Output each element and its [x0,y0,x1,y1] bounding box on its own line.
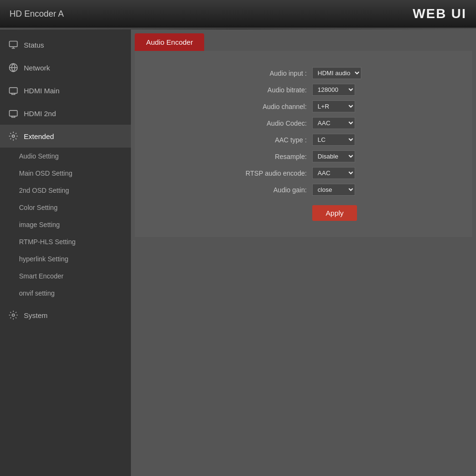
svg-point-7 [12,135,15,138]
label-rtsp-audio: RTSP audio encode: [246,167,313,179]
control-audio-codec[interactable]: AAC MP3 PCM [312,117,361,129]
label-audio-gain: Audio gain: [246,184,313,196]
select-resample[interactable]: Disable 48000 44100 [312,150,355,162]
control-resample[interactable]: Disable 48000 44100 [312,150,361,162]
svg-point-8 [12,314,15,317]
main-layout: Status Network HDMI Main [0,30,476,476]
control-audio-bitrate[interactable]: 128000 64000 32000 256000 [312,84,361,96]
sidebar-item-extended[interactable]: Extended [0,125,131,148]
sidebar-sub-image-setting[interactable]: image Setting [0,216,131,233]
sub-label-image-setting: image Setting [19,221,60,228]
form-apply-row: Apply [246,200,362,221]
sub-label-rtmp-hls: RTMP-HLS Setting [19,238,76,246]
svg-rect-5 [10,88,18,93]
sidebar-item-hdmi-main[interactable]: HDMI Main [0,79,131,102]
select-audio-gain[interactable]: close low medium high [312,184,355,196]
sidebar-label-hdmi-2nd: HDMI 2nd [24,109,56,118]
apply-spacer [246,200,313,221]
sidebar-label-status: Status [24,41,44,49]
field-audio-codec: Audio Codec: AAC MP3 PCM [246,117,362,129]
select-audio-codec[interactable]: AAC MP3 PCM [312,117,355,129]
apply-cell: Apply [312,200,361,221]
tab-bar: Audio Encoder [135,33,472,51]
sidebar: Status Network HDMI Main [0,30,131,476]
sub-label-smart-encoder: Smart Encoder [19,272,63,280]
audio-form: Audio input : HDMI audio SDI audio Line … [246,62,362,226]
control-audio-gain[interactable]: close low medium high [312,184,361,196]
monitor-icon [8,39,19,50]
label-audio-channel: Audio channel: [246,100,313,112]
sidebar-item-system[interactable]: System [0,304,131,327]
label-audio-input: Audio input : [246,67,313,79]
field-audio-gain: Audio gain: close low medium high [246,184,362,196]
sidebar-sub-hyperlink[interactable]: hyperlink Setting [0,250,131,268]
sub-label-onvif: onvif setting [19,289,55,297]
sidebar-sub-osd-2nd[interactable]: 2nd OSD Setting [0,182,131,199]
sidebar-sub-color-setting[interactable]: Color Setting [0,199,131,216]
label-audio-codec: Audio Codec: [246,117,313,129]
select-audio-input[interactable]: HDMI audio SDI audio Line in [312,67,361,79]
sidebar-label-hdmi-main: HDMI Main [24,87,60,95]
sub-label-main-osd: Main OSD Setting [19,169,72,177]
header-title: HD Encoder A [10,9,64,19]
select-aac-type[interactable]: LC HE HEv2 [312,134,355,146]
sidebar-sub-audio-setting[interactable]: Audio Setting [0,148,131,165]
content-panel: Audio input : HDMI audio SDI audio Line … [135,51,472,237]
field-audio-channel: Audio channel: L+R Left Right Mono [246,100,362,112]
field-audio-bitrate: Audio bitrate: 128000 64000 32000 256000 [246,84,362,96]
label-audio-bitrate: Audio bitrate: [246,84,313,96]
select-rtsp-audio[interactable]: AAC MP3 PCM [312,167,355,179]
field-audio-input: Audio input : HDMI audio SDI audio Line … [246,67,362,79]
apply-button[interactable]: Apply [312,205,357,221]
sidebar-item-network[interactable]: Network [0,56,131,79]
field-rtsp-audio: RTSP audio encode: AAC MP3 PCM [246,167,362,179]
select-audio-channel[interactable]: L+R Left Right Mono [312,100,355,112]
sub-label-color-setting: Color Setting [19,204,58,211]
label-aac-type: AAC type : [246,134,313,146]
sidebar-label-network: Network [24,64,50,72]
globe-icon [8,62,19,73]
select-audio-bitrate[interactable]: 128000 64000 32000 256000 [312,84,355,96]
control-aac-type[interactable]: LC HE HEv2 [312,134,361,146]
hdmi-2nd-icon [8,108,19,119]
system-icon [8,309,19,321]
hdmi-main-icon [8,85,19,96]
sidebar-label-extended: Extended [24,132,54,140]
sidebar-sub-main-osd[interactable]: Main OSD Setting [0,165,131,182]
header: HD Encoder A WEB UI [0,0,476,29]
control-audio-channel[interactable]: L+R Left Right Mono [312,100,361,112]
tab-audio-encoder[interactable]: Audio Encoder [135,33,204,51]
control-audio-input[interactable]: HDMI audio SDI audio Line in [312,67,361,79]
sidebar-sub-rtmp-hls[interactable]: RTMP-HLS Setting [0,233,131,250]
svg-rect-0 [10,41,18,47]
tab-label: Audio Encoder [146,38,193,46]
field-aac-type: AAC type : LC HE HEv2 [246,134,362,146]
sub-label-audio-setting: Audio Setting [19,152,59,160]
sidebar-item-status[interactable]: Status [0,33,131,56]
sidebar-sub-smart-encoder[interactable]: Smart Encoder [0,268,131,285]
label-resample: Resample: [246,150,313,162]
sub-label-osd-2nd: 2nd OSD Setting [19,187,69,194]
content-area: Audio Encoder Audio input : HDMI audio S… [131,30,476,476]
sub-label-hyperlink: hyperlink Setting [19,255,69,263]
field-resample: Resample: Disable 48000 44100 [246,150,362,162]
svg-rect-6 [10,110,18,116]
sidebar-item-hdmi-2nd[interactable]: HDMI 2nd [0,102,131,125]
extended-icon [8,130,19,142]
sidebar-label-system: System [24,311,48,319]
control-rtsp-audio[interactable]: AAC MP3 PCM [312,167,361,179]
header-brand: WEB UI [413,6,466,21]
sidebar-sub-onvif[interactable]: onvif setting [0,285,131,302]
